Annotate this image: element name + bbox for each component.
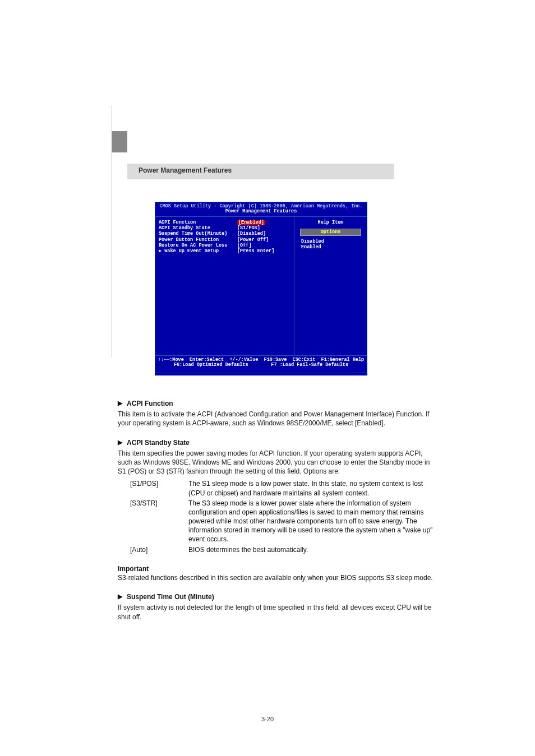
triangle-bullet-icon: ▶ xyxy=(118,438,122,447)
bios-row-wake-up: ▶ Wake Up Event Setup [Press Enter] xyxy=(159,249,290,254)
bios-body: ACPI Function [Enabled] ACPI Standby Sta… xyxy=(155,216,367,355)
important-body: S3-related functions described in this s… xyxy=(118,573,436,582)
option-key: [S3/STR] xyxy=(118,499,188,544)
item-acpi-standby: ▶ ACPI Standby State This item specifies… xyxy=(118,438,436,554)
option-row-s1: [S1/POS] The S1 sleep mode is a low powe… xyxy=(118,479,436,497)
bios-value: [Off] xyxy=(237,243,252,248)
option-row-s3: [S3/STR] The S3 sleep mode is a lower po… xyxy=(118,499,436,544)
section-heading: Power Management Features xyxy=(127,164,237,177)
bios-label: Restore On AC Power Loss xyxy=(159,243,237,248)
bios-row-acpi-function: ACPI Function [Enabled] xyxy=(159,220,290,225)
option-desc: The S3 sleep mode is a lower power state… xyxy=(188,499,436,544)
bios-label: ACPI Standby State xyxy=(159,226,237,231)
bios-title-line2: Power Management Features xyxy=(155,209,367,214)
bios-help-panel: Help Item Options Disabled Enabled xyxy=(294,217,367,355)
page-number: 3-20 xyxy=(0,716,535,722)
bios-option-enabled: Enabled xyxy=(298,245,363,250)
option-key: [Auto] xyxy=(118,545,188,554)
bios-value: [Press Enter] xyxy=(237,249,274,254)
bios-row-standby-state: ACPI Standby State [S1/POS] xyxy=(159,226,290,231)
triangle-bullet-icon: ▶ xyxy=(118,399,122,407)
option-desc: BIOS determines the best automatically. xyxy=(188,545,436,554)
important-label: Important xyxy=(118,564,436,573)
bios-label: ▶ Wake Up Event Setup xyxy=(159,249,237,254)
item-body: If system activity is not detected for t… xyxy=(118,603,436,621)
section-marker xyxy=(112,131,127,152)
item-suspend-timeout: ▶ Suspend Time Out (Minute) If system ac… xyxy=(118,592,436,622)
bios-title-bar: CMOS Setup Utility - Copyright (C) 1985-… xyxy=(155,202,367,216)
bios-value: [Disabled] xyxy=(237,231,266,236)
bios-footer-line2: F6:Load Optimized Defaults F7 :Load Fail… xyxy=(155,363,367,368)
bios-footer: ↑↓←→:Move Enter:Select +/-/:Value F10:Sa… xyxy=(155,355,367,373)
item-acpi-function: ▶ ACPI Function This item is to activate… xyxy=(118,399,436,428)
option-desc: The S1 sleep mode is a low power state. … xyxy=(188,479,436,497)
item-title: Suspend Time Out (Minute) xyxy=(127,592,214,601)
item-title: ACPI Function xyxy=(127,399,173,408)
bios-value: [Power Off] xyxy=(237,238,269,243)
bios-row-power-button: Power Button Function [Power Off] xyxy=(159,238,290,243)
bios-row-restore-ac: Restore On AC Power Loss [Off] xyxy=(159,243,290,248)
option-key: [S1/POS] xyxy=(118,479,188,497)
triangle-bullet-icon: ▶ xyxy=(118,592,122,601)
item-body: This item specifies the power saving mod… xyxy=(118,449,436,476)
bios-label: ACPI Function xyxy=(159,220,237,225)
bios-screenshot: CMOS Setup Utility - Copyright (C) 1985-… xyxy=(155,202,367,375)
bios-value: [S1/POS] xyxy=(237,226,260,231)
bios-label: Suspend Time Out(Minute) xyxy=(159,231,237,236)
item-body: This item is to activate the ACPI (Advan… xyxy=(118,410,436,428)
bios-row-suspend-timeout: Suspend Time Out(Minute) [Disabled] xyxy=(159,231,290,236)
bios-options-header: Options xyxy=(300,229,361,236)
body-text: ▶ ACPI Function This item is to activate… xyxy=(118,399,436,632)
option-row-auto: [Auto] BIOS determines the best automati… xyxy=(118,545,436,554)
item-title: ACPI Standby State xyxy=(127,438,190,447)
bios-help-title: Help Item xyxy=(298,220,363,228)
section-heading-bar: Power Management Features xyxy=(127,164,394,179)
bios-settings-panel: ACPI Function [Enabled] ACPI Standby Sta… xyxy=(155,217,294,355)
bios-value-selected: [Enabled] xyxy=(237,220,265,225)
bios-label: Power Button Function xyxy=(159,238,237,243)
